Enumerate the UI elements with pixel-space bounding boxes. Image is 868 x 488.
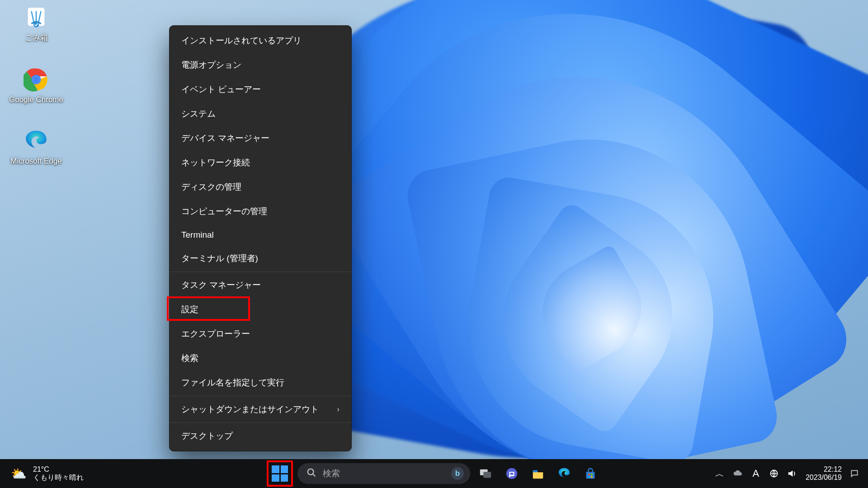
edge-label: Microsoft Edge	[10, 157, 61, 166]
ctx-item-0-1[interactable]: 電源オプション	[170, 53, 351, 77]
ctx-item-label: タスク マネージャー	[181, 279, 261, 291]
ctx-item-label: ファイル名を指定して実行	[181, 377, 284, 389]
ctx-item-0-9[interactable]: ターミナル (管理者)	[170, 246, 351, 271]
ctx-item-0-3[interactable]: システム	[170, 102, 351, 126]
svg-point-5	[33, 76, 40, 83]
file-explorer-button[interactable]	[527, 463, 549, 484]
svg-rect-13	[588, 474, 590, 475]
ctx-item-0-6[interactable]: ディスクの管理	[170, 175, 351, 199]
ctx-item-0-7[interactable]: コンピューターの管理	[170, 199, 351, 224]
clock-time: 22:12	[824, 465, 842, 474]
ctx-item-label: 検索	[181, 352, 198, 364]
volume-tray-icon[interactable]	[784, 463, 800, 484]
overflow-chevron-icon[interactable]: ︿	[712, 463, 728, 484]
ctx-item-label: ディスクの管理	[181, 181, 241, 193]
clock-date: 2023/06/19	[806, 474, 842, 482]
task-view-button[interactable]	[475, 463, 496, 484]
ctx-item-label: 設定	[181, 304, 198, 315]
edge-desktop-icon[interactable]: Microsoft Edge	[8, 128, 64, 166]
ctx-item-label: Terminal	[181, 230, 214, 240]
wallpaper-bloom	[0, 0, 868, 488]
svg-rect-14	[591, 474, 593, 475]
ctx-item-label: シャットダウンまたはサインアウト	[181, 404, 319, 415]
ctx-separator	[170, 272, 351, 272]
ctx-item-label: イベント ビューアー	[181, 84, 261, 95]
svg-line-7	[313, 474, 316, 477]
chrome-label: Google Chrome	[9, 95, 63, 104]
ctx-item-1-0[interactable]: タスク マネージャー	[170, 273, 351, 297]
recycle-bin-label: ごみ箱	[25, 33, 48, 43]
ctx-item-label: インストールされているアプリ	[181, 35, 302, 47]
ctx-item-label: ネットワーク接続	[181, 157, 250, 169]
ctx-item-label: エクスプローラー	[181, 328, 250, 340]
weather-widget[interactable]: ⛅ 21°C くもり時々晴れ	[0, 459, 84, 488]
ctx-item-label: ターミナル (管理者)	[181, 253, 258, 264]
svg-rect-12	[533, 470, 538, 473]
recycle-bin-desktop-icon[interactable]: ごみ箱	[8, 4, 64, 43]
chrome-desktop-icon[interactable]: Google Chrome	[8, 66, 64, 104]
ctx-item-label: デバイス マネージャー	[181, 132, 269, 144]
svg-rect-15	[588, 476, 590, 478]
ctx-item-0-2[interactable]: イベント ビューアー	[170, 77, 351, 102]
windows-logo-icon	[272, 465, 288, 482]
ctx-item-1-1[interactable]: 設定	[170, 297, 351, 322]
winx-context-menu: インストールされているアプリ電源オプションイベント ビューアーシステムデバイス …	[169, 25, 352, 451]
recycle-bin-icon	[23, 4, 49, 30]
ime-indicator[interactable]: A	[748, 463, 764, 484]
ctx-item-1-2[interactable]: エクスプローラー	[170, 322, 351, 346]
svg-rect-16	[591, 476, 593, 478]
ctx-separator	[170, 422, 351, 423]
svg-rect-11	[510, 473, 514, 475]
svg-point-1	[33, 22, 39, 27]
taskbar-search[interactable]: 検索 b	[297, 463, 470, 484]
microsoft-store-button[interactable]	[580, 463, 601, 484]
start-button[interactable]	[267, 460, 293, 487]
svg-rect-9	[483, 472, 491, 478]
chevron-right-icon: ›	[337, 405, 340, 414]
search-placeholder: 検索	[323, 468, 445, 479]
ctx-item-0-0[interactable]: インストールされているアプリ	[170, 28, 351, 53]
taskbar-center: 検索 b	[267, 460, 601, 487]
annotation-highlight	[167, 296, 250, 321]
onedrive-tray-icon[interactable]	[730, 463, 746, 484]
ctx-item-label: 電源オプション	[181, 59, 241, 71]
taskbar: ⛅ 21°C くもり時々晴れ 検索 b ︿ A 22:12 2023/06/19	[0, 459, 868, 488]
desktop-icons: ごみ箱 Google Chrome Microsoft Edge	[8, 4, 64, 166]
chrome-icon	[23, 66, 49, 93]
chat-button[interactable]	[501, 463, 523, 484]
edge-taskbar-button[interactable]	[553, 463, 575, 484]
weather-desc: くもり時々晴れ	[33, 474, 84, 482]
ctx-item-label: システム	[181, 108, 216, 120]
svg-point-6	[308, 469, 314, 475]
system-tray: ︿ A 22:12 2023/06/19	[712, 463, 862, 484]
weather-icon: ⛅	[11, 466, 27, 481]
taskbar-clock[interactable]: 22:12 2023/06/19	[802, 465, 845, 482]
ctx-item-1-3[interactable]: 検索	[170, 346, 351, 371]
weather-temp: 21°C	[33, 465, 84, 474]
bing-icon[interactable]: b	[451, 467, 464, 480]
ctx-separator	[170, 396, 351, 396]
ctx-item-2-0[interactable]: シャットダウンまたはサインアウト›	[170, 397, 351, 422]
ctx-item-label: コンピューターの管理	[181, 206, 267, 217]
network-tray-icon[interactable]	[766, 463, 782, 484]
notification-center-button[interactable]	[847, 463, 862, 484]
ctx-item-1-4[interactable]: ファイル名を指定して実行	[170, 371, 351, 395]
search-icon	[307, 468, 316, 479]
ctx-item-0-8[interactable]: Terminal	[170, 224, 351, 246]
ctx-item-0-4[interactable]: デバイス マネージャー	[170, 126, 351, 150]
ctx-item-label: デスクトップ	[181, 430, 233, 442]
edge-icon	[23, 128, 49, 154]
ctx-item-0-5[interactable]: ネットワーク接続	[170, 150, 351, 175]
ctx-item-3-0[interactable]: デスクトップ	[170, 424, 351, 448]
